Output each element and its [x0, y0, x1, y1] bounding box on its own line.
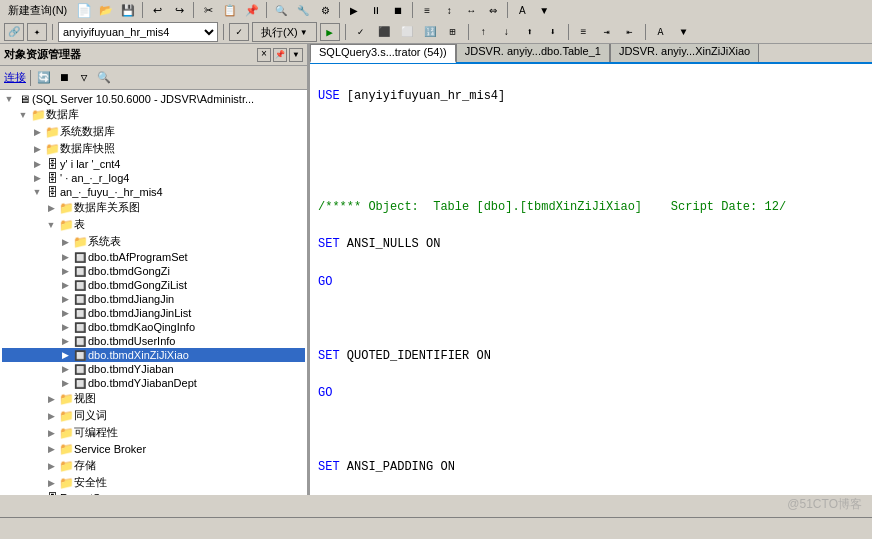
- tree-item[interactable]: ▶ 📁 同义词: [2, 407, 305, 424]
- toolbar2-icon14[interactable]: ≡: [574, 23, 594, 41]
- oe-pin-icon[interactable]: 📌: [273, 48, 287, 62]
- tree-item[interactable]: ▶ 📁 Service Broker: [2, 441, 305, 457]
- tree-item[interactable]: ▶ 📁 数据库快照: [2, 140, 305, 157]
- list-item[interactable]: ▶ 🔲 dbo.tbmdJiangJinList: [2, 306, 305, 320]
- table-icon: 🔲: [72, 322, 88, 333]
- db-icon: 🗄: [44, 172, 60, 184]
- toolbar-row2: 🔗 ✦ anyiyifuyuan_hr_mis4 ✓ 执行(X) ▼ ▶ ✓ ⬛…: [0, 20, 872, 44]
- toolbar-icon-redo[interactable]: ↪: [168, 1, 190, 19]
- toolbar2-icon11[interactable]: ↓: [497, 23, 517, 41]
- oe-search-icon[interactable]: 🔍: [95, 69, 113, 87]
- tree-item[interactable]: ▶ 📁 可编程性: [2, 424, 305, 441]
- list-item[interactable]: ▶ 🔲 dbo.tbmdXinZiJiXiao: [2, 348, 305, 362]
- db-icon: 🗄: [44, 492, 60, 495]
- tree-item[interactable]: ▶ 📁 视图: [2, 390, 305, 407]
- list-item[interactable]: ▶ 🔲 dbo.tbmdUserInfo: [2, 334, 305, 348]
- tree-item[interactable]: ▶ 🗄 y' i lar '_cnt4: [2, 157, 305, 171]
- db-selector[interactable]: anyiyifuyuan_hr_mis4: [58, 22, 218, 42]
- expand-icon: ▶: [44, 461, 58, 471]
- list-item[interactable]: ▶ 🔲 dbo.tbAfProgramSet: [2, 250, 305, 264]
- tree-item[interactable]: ▶ 🗄 ' · an_·_r_log4: [2, 171, 305, 185]
- toolbar-icon-misc10[interactable]: ⇔: [482, 1, 504, 19]
- toolbar-icon-misc5[interactable]: ⏸: [365, 1, 387, 19]
- toolbar-icon-cut[interactable]: ✂: [197, 1, 219, 19]
- execute-dropdown-icon: ▼: [300, 28, 308, 37]
- toolbar2-icon8[interactable]: 🔢: [420, 23, 440, 41]
- toolbar-icon-misc6[interactable]: ⏹: [387, 1, 409, 19]
- oe-refresh-icon[interactable]: 🔄: [35, 69, 53, 87]
- connect-label[interactable]: 连接: [4, 70, 26, 85]
- oe-tree[interactable]: ▼ 🖥 (SQL Server 10.50.6000 - JDSVR\Admin…: [0, 90, 307, 495]
- tree-item[interactable]: ▶ 🗄 ReportServer: [2, 491, 305, 495]
- list-item[interactable]: ▶ 🔲 dbo.tbmdGongZi: [2, 264, 305, 278]
- toolbar2-icon18[interactable]: ▼: [674, 23, 694, 41]
- tree-item[interactable]: ▼ 🖥 (SQL Server 10.50.6000 - JDSVR\Admin…: [2, 92, 305, 106]
- oe-filter-icon[interactable]: ▽: [75, 69, 93, 87]
- status-bar: [0, 517, 872, 539]
- tree-item-label: 存储: [74, 458, 96, 473]
- editor-tab-3[interactable]: JDSVR. anyiy...XinZiJiXiao: [610, 44, 759, 62]
- toolbar2-icon17[interactable]: A: [651, 23, 671, 41]
- tree-item-label: 可编程性: [74, 425, 118, 440]
- toolbar2-icon15[interactable]: ⇥: [597, 23, 617, 41]
- toolbar-icon-save[interactable]: 💾: [117, 1, 139, 19]
- toolbar-icon-misc12[interactable]: ▼: [533, 1, 555, 19]
- toolbar-icon-misc2[interactable]: 🔧: [292, 1, 314, 19]
- oe-close-icon[interactable]: ×: [257, 48, 271, 62]
- tree-item[interactable]: ▶ 📁 系统数据库: [2, 123, 305, 140]
- toolbar-icon-undo[interactable]: ↩: [146, 1, 168, 19]
- toolbar2-icon9[interactable]: ⊞: [443, 23, 463, 41]
- toolbar2-icon5[interactable]: ✓: [351, 23, 371, 41]
- execute-button[interactable]: 执行(X) ▼: [252, 22, 317, 42]
- list-item[interactable]: ▶ 🔲 dbo.tbmdYJiaban: [2, 362, 305, 376]
- toolbar-icon-new[interactable]: 📄: [73, 1, 95, 19]
- toolbar-icon-open[interactable]: 📂: [95, 1, 117, 19]
- list-item[interactable]: ▶ 🔲 dbo.tbmdGongZiList: [2, 278, 305, 292]
- toolbar-icon-copy[interactable]: 📋: [219, 1, 241, 19]
- editor-tab-active[interactable]: SQLQuery3.s...trator (54)): [310, 44, 456, 63]
- toolbar-icon-misc3[interactable]: ⚙: [314, 1, 336, 19]
- toolbar2-icon7[interactable]: ⬜: [397, 23, 417, 41]
- folder-icon: 📁: [58, 476, 74, 490]
- oe-expand-icon[interactable]: ▼: [289, 48, 303, 62]
- tree-item[interactable]: ▶ 📁 数据库关系图: [2, 199, 305, 216]
- toolbar2-icon10[interactable]: ↑: [474, 23, 494, 41]
- toolbar-icon-misc7[interactable]: ≡: [416, 1, 438, 19]
- tree-item[interactable]: ▼ 🗄 an_·_fuyu_·_hr_mis4: [2, 185, 305, 199]
- table-name: dbo.tbmdGongZi: [88, 265, 170, 277]
- tree-item[interactable]: ▶ 📁 系统表: [2, 233, 305, 250]
- toolbar-icon-paste[interactable]: 📌: [241, 1, 263, 19]
- folder-icon: 📁: [58, 409, 74, 423]
- tree-item[interactable]: ▼ 📁 表: [2, 216, 305, 233]
- expand-icon: ▶: [30, 144, 44, 154]
- table-icon: 🔲: [72, 378, 88, 389]
- expand-icon: ▶: [44, 394, 58, 404]
- toolbar2-icon2[interactable]: ✦: [27, 23, 47, 41]
- table-icon: 🔲: [72, 364, 88, 375]
- toolbar2-icon1[interactable]: 🔗: [4, 23, 24, 41]
- editor-tab-2[interactable]: JDSVR. anyiy...dbo.Table_1: [456, 44, 610, 62]
- toolbar-icon-misc8[interactable]: ↕: [438, 1, 460, 19]
- toolbar2-icon16[interactable]: ⇤: [620, 26, 640, 38]
- toolbar-icon-misc11[interactable]: A: [511, 1, 533, 19]
- toolbar2-icon12[interactable]: ⬆: [520, 23, 540, 41]
- expand-icon: ▶: [58, 252, 72, 262]
- tree-item[interactable]: ▼ 📁 数据库: [2, 106, 305, 123]
- toolbar2-icon13[interactable]: ⬇: [543, 23, 563, 41]
- menu-new-query[interactable]: 新建查询(N): [2, 1, 73, 20]
- sql-line: SET ANSI_PADDING ON: [318, 458, 864, 477]
- sql-editor[interactable]: USE [anyiyifuyuan_hr_mis4] /***** Object…: [310, 64, 872, 495]
- toolbar-icon-misc4[interactable]: ▶: [343, 1, 365, 19]
- tree-item[interactable]: ▶ 📁 存储: [2, 457, 305, 474]
- toolbar-icon-misc1[interactable]: 🔍: [270, 1, 292, 19]
- toolbar2-icon4[interactable]: ▶: [320, 23, 340, 41]
- toolbar2-icon6[interactable]: ⬛: [374, 23, 394, 41]
- oe-stop-icon[interactable]: ⏹: [55, 69, 73, 87]
- toolbar-icon-misc9[interactable]: ↔: [460, 1, 482, 19]
- list-item[interactable]: ▶ 🔲 dbo.tbmdJiangJin: [2, 292, 305, 306]
- toolbar2-icon3[interactable]: ✓: [229, 23, 249, 41]
- tree-item[interactable]: ▶ 📁 安全性: [2, 474, 305, 491]
- list-item[interactable]: ▶ 🔲 dbo.tbmdKaoQingInfo: [2, 320, 305, 334]
- expand-icon: ▶: [58, 308, 72, 318]
- list-item[interactable]: ▶ 🔲 dbo.tbmdYJiabanDept: [2, 376, 305, 390]
